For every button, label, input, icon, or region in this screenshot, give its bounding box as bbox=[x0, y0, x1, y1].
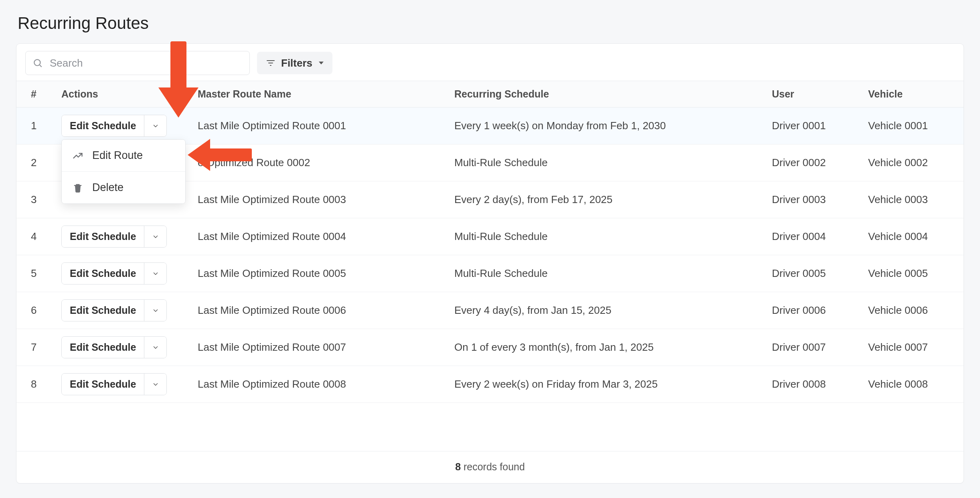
route-name: Last Mile Optimized Route 0005 bbox=[189, 255, 445, 292]
edit-schedule-split-button: Edit Schedule bbox=[61, 115, 167, 137]
recurring-schedule: On 1 of every 3 month(s), from Jan 1, 20… bbox=[445, 329, 763, 366]
vehicle: Vehicle 0002 bbox=[859, 144, 964, 181]
column-header-vehicle[interactable]: Vehicle bbox=[859, 81, 964, 108]
user: Driver 0006 bbox=[763, 292, 859, 329]
user: Driver 0004 bbox=[763, 218, 859, 255]
row-number: 4 bbox=[16, 218, 53, 255]
chevron-down-icon bbox=[152, 307, 159, 314]
vehicle: Vehicle 0003 bbox=[859, 181, 964, 218]
toolbar: Filters bbox=[16, 44, 964, 81]
actions-dropdown-toggle[interactable] bbox=[144, 115, 166, 136]
column-header-schedule[interactable]: Recurring Schedule bbox=[445, 81, 763, 108]
row-actions-cell: Edit Schedule bbox=[53, 292, 189, 329]
user: Driver 0005 bbox=[763, 255, 859, 292]
edit-schedule-button[interactable]: Edit Schedule bbox=[62, 115, 144, 136]
vehicle: Vehicle 0007 bbox=[859, 329, 964, 366]
menu-item-label: Edit Route bbox=[92, 149, 143, 162]
table-row: 7Edit ScheduleLast Mile Optimized Route … bbox=[16, 329, 964, 366]
edit-schedule-split-button: Edit Schedule bbox=[61, 373, 167, 395]
edit-schedule-button[interactable]: Edit Schedule bbox=[62, 300, 144, 321]
svg-point-2 bbox=[34, 59, 40, 65]
edit-schedule-split-button: Edit Schedule bbox=[61, 299, 167, 321]
filter-icon bbox=[266, 58, 275, 68]
chevron-down-icon bbox=[152, 344, 159, 351]
row-actions-cell: Edit Schedule bbox=[53, 218, 189, 255]
route-name: e Optimized Route 0002 bbox=[189, 144, 445, 181]
user: Driver 0003 bbox=[763, 181, 859, 218]
edit-schedule-split-button: Edit Schedule bbox=[61, 226, 167, 248]
row-actions-cell: Edit Schedule bbox=[53, 366, 189, 403]
route-name: Last Mile Optimized Route 0007 bbox=[189, 329, 445, 366]
row-number: 6 bbox=[16, 292, 53, 329]
svg-line-3 bbox=[40, 65, 42, 67]
column-header-name[interactable]: Master Route Name bbox=[189, 81, 445, 108]
recurring-schedule: Multi-Rule Schedule bbox=[445, 255, 763, 292]
row-number: 8 bbox=[16, 366, 53, 403]
vehicle: Vehicle 0005 bbox=[859, 255, 964, 292]
card: Filters # Actions Master Route Name Recu… bbox=[16, 43, 964, 484]
route-name: Last Mile Optimized Route 0004 bbox=[189, 218, 445, 255]
chevron-down-icon bbox=[152, 270, 159, 277]
actions-dropdown-toggle[interactable] bbox=[144, 337, 166, 358]
page-title: Recurring Routes bbox=[18, 14, 964, 33]
column-header-num[interactable]: # bbox=[16, 81, 53, 108]
recurring-schedule: Every 4 day(s), from Jan 15, 2025 bbox=[445, 292, 763, 329]
user: Driver 0008 bbox=[763, 366, 859, 403]
route-name: Last Mile Optimized Route 0008 bbox=[189, 366, 445, 403]
filters-button[interactable]: Filters bbox=[257, 52, 332, 74]
search-group bbox=[25, 51, 250, 75]
route-name: Last Mile Optimized Route 0003 bbox=[189, 181, 445, 218]
table-row: 5Edit ScheduleLast Mile Optimized Route … bbox=[16, 255, 964, 292]
column-header-actions[interactable]: Actions bbox=[53, 81, 189, 108]
recurring-schedule: Multi-Rule Schedule bbox=[445, 144, 763, 181]
route-icon bbox=[72, 150, 83, 161]
vehicle: Vehicle 0006 bbox=[859, 292, 964, 329]
trash-icon bbox=[72, 182, 83, 193]
row-number: 2 bbox=[16, 144, 53, 181]
records-count: 8 bbox=[455, 461, 461, 472]
svg-rect-8 bbox=[74, 185, 82, 186]
menu-item-edit-route[interactable]: Edit Route bbox=[62, 140, 185, 172]
actions-dropdown-toggle[interactable] bbox=[144, 263, 166, 284]
vehicle: Vehicle 0004 bbox=[859, 218, 964, 255]
svg-marker-7 bbox=[319, 61, 324, 64]
menu-item-delete[interactable]: Delete bbox=[62, 172, 185, 203]
row-actions-cell: Edit ScheduleEdit RouteDelete bbox=[53, 108, 189, 144]
recurring-schedule: Every 2 week(s) on Friday from Mar 3, 20… bbox=[445, 366, 763, 403]
user: Driver 0007 bbox=[763, 329, 859, 366]
edit-schedule-split-button: Edit Schedule bbox=[61, 336, 167, 358]
edit-schedule-button[interactable]: Edit Schedule bbox=[62, 263, 144, 284]
route-name: Last Mile Optimized Route 0006 bbox=[189, 292, 445, 329]
search-input[interactable] bbox=[25, 51, 250, 75]
route-name: Last Mile Optimized Route 0001 bbox=[189, 108, 445, 144]
table-row: 8Edit ScheduleLast Mile Optimized Route … bbox=[16, 366, 964, 403]
records-footer: 8 records found bbox=[16, 451, 964, 483]
edit-schedule-button[interactable]: Edit Schedule bbox=[62, 374, 144, 395]
table-row: 1Edit ScheduleEdit RouteDeleteLast Mile … bbox=[16, 108, 964, 144]
recurring-schedule: Every 2 day(s), from Feb 17, 2025 bbox=[445, 181, 763, 218]
actions-dropdown-menu: Edit RouteDelete bbox=[61, 139, 186, 204]
actions-dropdown-toggle[interactable] bbox=[144, 226, 166, 247]
row-actions-cell: Edit Schedule bbox=[53, 255, 189, 292]
row-number: 3 bbox=[16, 181, 53, 218]
row-number: 1 bbox=[16, 108, 53, 144]
menu-item-label: Delete bbox=[92, 181, 124, 194]
edit-schedule-button[interactable]: Edit Schedule bbox=[62, 226, 144, 247]
row-number: 7 bbox=[16, 329, 53, 366]
recurring-schedule: Every 1 week(s) on Monday from Feb 1, 20… bbox=[445, 108, 763, 144]
table-row: 6Edit ScheduleLast Mile Optimized Route … bbox=[16, 292, 964, 329]
actions-dropdown-toggle[interactable] bbox=[144, 374, 166, 395]
edit-schedule-button[interactable]: Edit Schedule bbox=[62, 337, 144, 358]
caret-down-icon bbox=[319, 61, 324, 65]
row-actions-cell: Edit Schedule bbox=[53, 329, 189, 366]
recurring-schedule: Multi-Rule Schedule bbox=[445, 218, 763, 255]
routes-table: # Actions Master Route Name Recurring Sc… bbox=[16, 81, 964, 403]
actions-dropdown-toggle[interactable] bbox=[144, 300, 166, 321]
table-row: 4Edit ScheduleLast Mile Optimized Route … bbox=[16, 218, 964, 255]
column-header-user[interactable]: User bbox=[763, 81, 859, 108]
vehicle: Vehicle 0008 bbox=[859, 366, 964, 403]
vehicle: Vehicle 0001 bbox=[859, 108, 964, 144]
edit-schedule-split-button: Edit Schedule bbox=[61, 262, 167, 285]
filters-button-label: Filters bbox=[281, 57, 312, 69]
row-number: 5 bbox=[16, 255, 53, 292]
